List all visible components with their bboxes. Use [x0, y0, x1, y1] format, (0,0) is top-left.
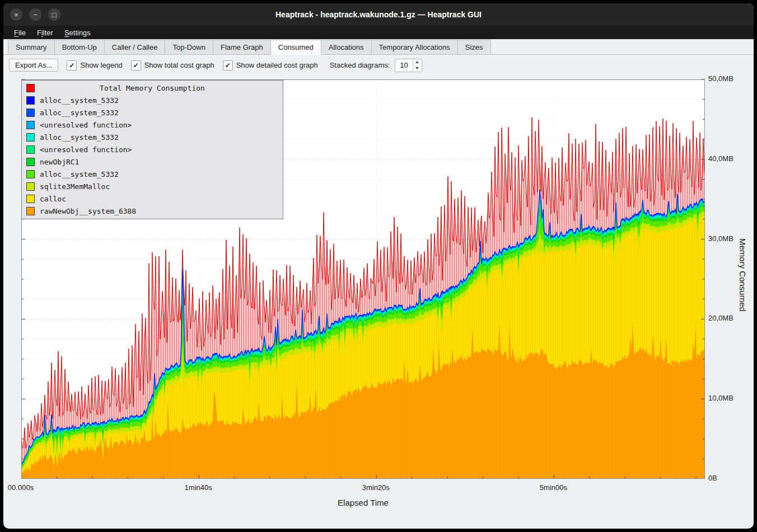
legend-entry: <unresolved function> [22, 143, 283, 156]
y-tick-label: 40,0MB [708, 154, 733, 163]
close-icon: × [14, 11, 18, 18]
menu-file[interactable]: File [9, 27, 31, 39]
stacked-diagrams-label: Stacked diagrams: [330, 61, 390, 69]
spin-down-button[interactable] [413, 65, 422, 72]
x-tick-label: 3min20s [362, 483, 390, 492]
legend-entry: alloc__system_5332 [22, 94, 283, 106]
tab-flame-graph[interactable]: Flame Graph [213, 40, 271, 54]
y-tick-label: 0B [708, 474, 717, 482]
tab-bottom-up[interactable]: Bottom-Up [54, 40, 105, 54]
checkbox-box: ✓ [67, 60, 77, 70]
legend-entry: newObjRC1 [22, 156, 283, 168]
stacked-diagrams-spinbox[interactable]: 10 [395, 59, 422, 72]
legend-swatch [26, 133, 35, 142]
checkbox-label: Show total cost graph [144, 61, 214, 69]
tab-allocations[interactable]: Allocations [321, 40, 372, 54]
legend-entry-label: rawNewObj__system_6388 [40, 207, 136, 215]
toolbar: Export As... ✓Show legend✓Show total cos… [9, 58, 748, 73]
arrow-up-icon [415, 61, 419, 63]
checkbox-show-legend[interactable]: ✓Show legend [67, 60, 122, 70]
legend-entry: <unresolved function> [22, 119, 283, 131]
legend-entry-label: calloc [40, 195, 66, 203]
legend-entry-label: <unresolved function> [40, 145, 132, 154]
legend-swatch [26, 145, 35, 154]
window-controls: × − □ [10, 8, 60, 21]
x-tick-label: 5min00s [540, 483, 567, 492]
checkbox-show-detailed-cost-graph[interactable]: ✓Show detailed cost graph [223, 60, 318, 70]
legend-entry-label: alloc__system_5332 [40, 170, 119, 178]
legend-entry-label: newObjRC1 [40, 158, 79, 166]
legend-swatch [26, 207, 35, 215]
arrow-down-icon [415, 67, 419, 69]
legend-swatch [26, 96, 35, 105]
tab-bar: SummaryBottom-UpCaller / CalleeTop-DownF… [3, 39, 754, 55]
menubar: FileFilterSettings [3, 26, 754, 39]
legend-entry-label: sqlite3MemMalloc [40, 182, 110, 191]
y-tick-label: 20,0MB [708, 314, 733, 322]
tab-sizes[interactable]: Sizes [457, 40, 491, 54]
tab-temporary-allocations[interactable]: Temporary Allocations [371, 40, 458, 54]
maximize-button[interactable]: □ [48, 8, 60, 21]
legend-swatch [26, 158, 35, 166]
heaptrack-window: × − □ Heaptrack - heaptrack.wakunode.1.g… [3, 3, 754, 529]
legend-entry: alloc__system_5332 [22, 106, 283, 119]
chart-legend[interactable]: Total Memory Consumptionalloc__system_53… [21, 80, 283, 219]
x-axis-title: Elapsed Time [21, 498, 705, 507]
stacked-diagrams-value: 10 [395, 59, 412, 72]
checkbox-show-total-cost-graph[interactable]: ✓Show total cost graph [131, 60, 214, 70]
x-tick-label: 1min40s [185, 483, 212, 492]
x-tick-label: 00.000s [8, 483, 34, 492]
y-tick-label: 50,0MB [708, 74, 733, 83]
legend-entry: alloc__system_5332 [22, 168, 283, 180]
minimize-icon: − [33, 11, 38, 18]
export-as-button[interactable]: Export As... [9, 59, 58, 72]
checkbox-box: ✓ [223, 60, 233, 70]
y-tick-label: 30,0MB [708, 234, 733, 243]
tab-top-down[interactable]: Top-Down [165, 40, 213, 54]
legend-entry: calloc [22, 192, 283, 205]
legend-entry: rawNewObj__system_6388 [22, 205, 283, 217]
legend-swatch [26, 182, 35, 191]
legend-entry-label: alloc__system_5332 [40, 133, 119, 142]
legend-swatch [26, 109, 35, 117]
legend-title-row: Total Memory Consumption [22, 82, 283, 94]
y-axis-title: Memory Consumed [738, 238, 747, 312]
y-tick-label: 10,0MB [708, 394, 733, 402]
maximize-icon: □ [52, 11, 57, 18]
menu-filter[interactable]: Filter [32, 27, 58, 39]
checkbox-box: ✓ [131, 60, 141, 70]
titlebar: × − □ Heaptrack - heaptrack.wakunode.1.g… [3, 3, 754, 26]
close-button[interactable]: × [10, 8, 22, 21]
checkbox-label: Show legend [80, 61, 122, 69]
x-axis-tick-labels: 00.000s1min40s3min20s5min00s [3, 483, 754, 492]
legend-swatch [26, 170, 35, 178]
legend-title: Total Memory Consumption [40, 84, 265, 92]
checkbox-label: Show detailed cost graph [236, 61, 318, 69]
legend-swatch [26, 195, 35, 203]
spin-up-button[interactable] [413, 59, 422, 65]
legend-swatch [26, 121, 35, 129]
tab-caller-callee[interactable]: Caller / Callee [104, 40, 166, 54]
legend-entry-label: alloc__system_5332 [40, 109, 119, 117]
legend-entry-label: <unresolved function> [40, 121, 132, 129]
minimize-button[interactable]: − [29, 8, 41, 21]
legend-entry: alloc__system_5332 [22, 131, 283, 143]
spin-buttons [413, 59, 422, 72]
tab-consumed[interactable]: Consumed [270, 40, 321, 55]
legend-entry-label: alloc__system_5332 [40, 96, 119, 105]
tab-summary[interactable]: Summary [8, 40, 55, 54]
legend-entry: sqlite3MemMalloc [22, 180, 283, 192]
menu-settings[interactable]: Settings [59, 27, 96, 39]
window-title: Heaptrack - heaptrack.wakunode.1.gz — He… [3, 3, 754, 26]
legend-swatch [26, 84, 35, 92]
